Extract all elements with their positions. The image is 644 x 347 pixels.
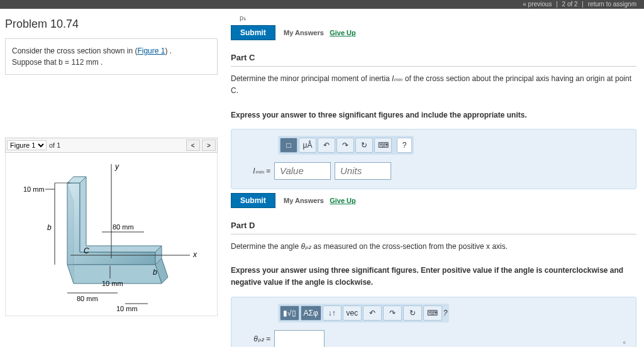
- part-d-header: Part D: [231, 212, 636, 234]
- template-tool-icon[interactable]: ▮√▯: [280, 306, 299, 321]
- give-up-link-c[interactable]: Give Up: [330, 197, 356, 204]
- dim-b-right: b: [153, 268, 157, 277]
- top-navbar: « previous | 2 of 2 | return to assignm: [0, 0, 644, 9]
- part-c-text: Determine the minor principal moment of …: [231, 67, 636, 124]
- dim-10mm-mid: 10 mm: [102, 280, 123, 287]
- pager: 2 of 2: [560, 1, 580, 8]
- reset-icon-d[interactable]: ↻: [403, 306, 422, 321]
- toolbar-d: ▮√▯ ΑΣφ ↓↑ vec ↶ ↷ ↻ ⌨ ?: [278, 304, 449, 322]
- help-icon[interactable]: ?: [397, 138, 412, 153]
- problem-title: Problem 10.74: [5, 14, 218, 38]
- point-c-label: C: [84, 246, 89, 255]
- reset-icon[interactable]: ↻: [355, 138, 373, 153]
- figure-of: of 1: [49, 141, 60, 149]
- redo-icon[interactable]: ↷: [336, 138, 354, 153]
- part-b-label: p₁: [231, 14, 636, 21]
- keyboard-icon-d[interactable]: ⌨: [423, 306, 442, 321]
- theta-label: θₚ₂ =: [240, 334, 274, 343]
- figure-prev-button[interactable]: <: [186, 140, 200, 151]
- supsub-tool-icon[interactable]: ↓↑: [323, 306, 341, 321]
- help-icon-d[interactable]: ?: [443, 309, 448, 317]
- figure-header: Figure 1 of 1 < >: [5, 138, 218, 153]
- fraction-tool-icon[interactable]: □: [280, 138, 297, 153]
- dim-10mm-bottom: 10 mm: [116, 305, 138, 312]
- redo-icon-d[interactable]: ↷: [383, 306, 402, 321]
- prev-link[interactable]: « previous: [520, 1, 554, 8]
- vec-tool-icon[interactable]: vec: [343, 306, 362, 321]
- figure-select[interactable]: Figure 1: [7, 140, 47, 150]
- axis-x-label: x: [192, 250, 197, 259]
- submit-button-c[interactable]: Submit: [231, 193, 275, 208]
- submit-button-b[interactable]: Submit: [231, 25, 275, 40]
- units-input-c[interactable]: [335, 162, 391, 180]
- value-input-c[interactable]: [274, 162, 331, 180]
- imin-label: Iₘᵢₙ =: [240, 167, 274, 175]
- dim-80mm-bottom: 80 mm: [77, 295, 98, 302]
- dim-10mm-top: 10 mm: [23, 185, 45, 193]
- dim-b-left: b: [47, 223, 52, 232]
- my-answers-link-c[interactable]: My Answers: [284, 197, 324, 204]
- units-tool-icon[interactable]: μÅ: [299, 138, 316, 153]
- figure-link[interactable]: Figure 1: [137, 47, 165, 55]
- greek-tool-icon[interactable]: ΑΣφ: [301, 306, 321, 321]
- problem-prompt: Consider the cross section shown in (Fig…: [5, 38, 218, 75]
- my-answers-link-b[interactable]: My Answers: [284, 29, 324, 36]
- return-link[interactable]: return to assignm: [586, 1, 639, 8]
- part-c-header: Part C: [231, 44, 636, 67]
- value-input-d[interactable]: [274, 330, 325, 348]
- dim-80mm-mid: 80 mm: [113, 223, 134, 231]
- answer-box-d: ▮√▯ ΑΣφ ↓↑ vec ↶ ↷ ↻ ⌨ ? θₚ₂ = °: [231, 297, 636, 348]
- give-up-link-b[interactable]: Give Up: [330, 29, 356, 36]
- undo-icon[interactable]: ↶: [318, 138, 335, 153]
- axis-y-label: y: [114, 162, 119, 171]
- figure-next-button[interactable]: >: [202, 140, 216, 151]
- answer-box-c: □ μÅ ↶ ↷ ↻ ⌨ ? Iₘᵢₙ =: [231, 129, 636, 189]
- degree-unit: °: [623, 340, 626, 348]
- undo-icon-d[interactable]: ↶: [363, 306, 382, 321]
- figure-canvas: y x C 10 mm b 80 mm 80 mm 10 mm b 10 mm: [5, 153, 218, 316]
- toolbar-c: □ μÅ ↶ ↷ ↻ ⌨ ?: [278, 136, 414, 155]
- svg-marker-2: [80, 177, 162, 252]
- part-d-text: Determine the angle θₚ₂ as measured on t…: [231, 234, 636, 292]
- keyboard-icon[interactable]: ⌨: [374, 138, 392, 153]
